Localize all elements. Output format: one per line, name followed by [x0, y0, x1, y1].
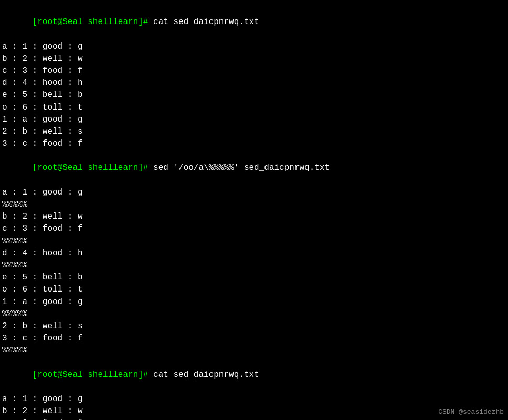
line-18: %%%%%	[2, 260, 506, 272]
line-26: [root@Seal shelllearn]# cat sed_daicpnrw…	[2, 357, 506, 393]
line-9: 2 : b : well : s	[2, 126, 506, 138]
watermark: CSDN @seasidezhb	[438, 408, 504, 416]
line-20: o : 6 : toll : t	[2, 284, 506, 296]
line-21: 1 : a : good : g	[2, 296, 506, 308]
line-14: b : 2 : well : w	[2, 211, 506, 223]
line-2: a : 1 : good : g	[2, 41, 506, 53]
line-5: d : 4 : hood : h	[2, 77, 506, 89]
line-27: a : 1 : good : g	[2, 393, 506, 405]
line-15: c : 3 : food : f	[2, 223, 506, 235]
line-19: e : 5 : bell : b	[2, 272, 506, 284]
line-6: e : 5 : bell : b	[2, 89, 506, 101]
terminal-window: [root@Seal shelllearn]# cat sed_daicpnrw…	[0, 0, 508, 420]
line-3: b : 2 : well : w	[2, 53, 506, 65]
prompt-3: [root@Seal shelllearn]#	[33, 370, 153, 380]
prompt-2: [root@Seal shelllearn]#	[33, 163, 153, 173]
prompt-1: [root@Seal shelllearn]#	[33, 17, 153, 27]
line-8: 1 : a : good : g	[2, 114, 506, 126]
line-10: 3 : c : food : f	[2, 138, 506, 150]
line-13: %%%%%	[2, 199, 506, 211]
line-11: [root@Seal shelllearn]# sed '/oo/a\%%%%%…	[2, 150, 506, 187]
line-16: %%%%%	[2, 235, 506, 247]
cmd-1: cat sed_daicpnrwq.txt	[153, 17, 259, 27]
cmd-2: sed '/oo/a\%%%%%' sed_daicpnrwq.txt	[153, 163, 330, 173]
line-7: o : 6 : toll : t	[2, 102, 506, 114]
terminal-output: [root@Seal shelllearn]# cat sed_daicpnrw…	[2, 4, 506, 420]
line-29: c : 3 : food : f	[2, 417, 506, 420]
line-28: b : 2 : well : w	[2, 405, 506, 417]
line-12: a : 1 : good : g	[2, 187, 506, 199]
line-17: d : 4 : hood : h	[2, 247, 506, 260]
cmd-3: cat sed_daicpnrwq.txt	[153, 370, 259, 380]
line-1: [root@Seal shelllearn]# cat sed_daicpnrw…	[2, 4, 506, 41]
line-4: c : 3 : food : f	[2, 65, 506, 77]
line-23: 2 : b : well : s	[2, 320, 506, 332]
line-24: 3 : c : food : f	[2, 332, 506, 344]
line-22: %%%%%	[2, 308, 506, 320]
line-25: %%%%%	[2, 344, 506, 357]
